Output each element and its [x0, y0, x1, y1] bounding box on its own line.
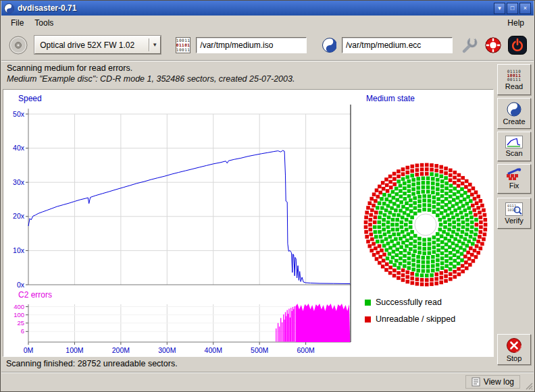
svg-text:100M: 100M	[66, 346, 83, 354]
svg-text:600M: 600M	[297, 346, 314, 354]
binary-read-icon: 01110 10011 00111	[507, 69, 521, 82]
app-window: dvdisaster-0.71 ▾ □ × File Tools Help Op…	[0, 0, 535, 392]
fix-button[interactable]: Fix	[497, 164, 531, 194]
menu-help[interactable]: Help	[502, 17, 530, 29]
stop-button[interactable]: Stop	[497, 334, 531, 365]
legend-row: Successfully read	[365, 298, 442, 307]
lifebuoy-help-icon	[484, 36, 503, 55]
legend-swatch-success	[365, 300, 371, 306]
drive-select-value: Optical drive 52X FW 1.02	[40, 40, 146, 50]
wrench-icon	[459, 36, 478, 55]
svg-text:200M: 200M	[112, 346, 130, 354]
svg-text:25: 25	[17, 319, 24, 327]
medium-state-disc	[359, 159, 492, 291]
power-icon	[507, 35, 528, 55]
iso-icon-line: 01101	[176, 43, 190, 47]
toolbar-separator	[1, 60, 534, 61]
menu-file[interactable]: File	[5, 17, 29, 29]
legend-label-unreadable: Unreadable / skipped	[376, 314, 455, 324]
chart-panel: Speed Medium state C2 errors 0M100M200M3…	[3, 89, 494, 357]
minimize-button[interactable]: ▾	[494, 3, 505, 14]
verify-button-label: Verify	[505, 217, 524, 225]
svg-text:30x: 30x	[13, 178, 25, 186]
menubar: File Tools Help	[1, 16, 534, 30]
resize-grip[interactable]	[524, 381, 533, 390]
menu-tools[interactable]: Tools	[29, 17, 59, 29]
preferences-button[interactable]	[458, 34, 480, 57]
create-button[interactable]: Create	[497, 98, 531, 129]
combo-separator	[149, 38, 149, 51]
scan-button-label: Scan	[505, 149, 522, 157]
drive-button[interactable]	[7, 33, 29, 57]
window-controls: ▾ □ ×	[494, 3, 531, 14]
view-log-button[interactable]: View log	[465, 375, 520, 389]
svg-text:400M: 400M	[205, 346, 222, 354]
toolbar: Optical drive 52X FW 1.02 ▼ 10011 01101 …	[1, 30, 534, 60]
ecc-path-input[interactable]	[342, 37, 453, 53]
fix-button-label: Fix	[509, 181, 519, 190]
iso-path-input[interactable]	[196, 37, 307, 53]
svg-text:100: 100	[14, 311, 24, 318]
quit-button[interactable]	[507, 34, 528, 57]
drive-icon	[7, 34, 29, 56]
ecc-file-icon	[322, 37, 336, 53]
view-log-label: View log	[484, 377, 514, 387]
help-button[interactable]	[482, 34, 504, 57]
scan-result-status: Scanning finished: 28752 unreadable sect…	[6, 359, 178, 368]
stop-button-label: Stop	[507, 354, 522, 362]
scan-chart-icon	[505, 136, 523, 148]
svg-text:500M: 500M	[251, 346, 268, 354]
svg-text:50x: 50x	[13, 110, 25, 118]
svg-text:0M: 0M	[24, 346, 34, 354]
titlebar: dvdisaster-0.71 ▾ □ ×	[1, 1, 534, 16]
app-icon	[4, 3, 14, 13]
scan-button[interactable]: Scan	[497, 132, 531, 161]
svg-text:0x: 0x	[17, 281, 25, 289]
read-button-label: Read	[505, 82, 523, 90]
yin-yang-create-icon	[507, 102, 521, 117]
status-line-action: Scanning medium for read errors.	[7, 63, 132, 73]
svg-text:300M: 300M	[158, 346, 176, 354]
toolbar-right-group	[458, 34, 528, 57]
iso-file-icon: 10011 01101 10011	[176, 37, 191, 53]
chevron-down-icon: ▼	[152, 42, 157, 48]
svg-text:10x: 10x	[13, 246, 25, 254]
maximize-button[interactable]: □	[507, 3, 518, 14]
fix-icon	[505, 168, 523, 181]
svg-text:20x: 20x	[13, 212, 25, 220]
svg-text:6: 6	[21, 327, 24, 335]
svg-text:40x: 40x	[13, 144, 25, 152]
legend-row: Unreadable / skipped	[365, 314, 455, 324]
read-button[interactable]: 01110 10011 00111 Read	[497, 64, 531, 95]
iso-icon-line: 10011	[176, 48, 190, 52]
verify-button[interactable]: 0111 1010 Verify	[497, 198, 531, 229]
create-button-label: Create	[503, 117, 525, 125]
statusbar: View log	[1, 372, 534, 391]
status-line-medium: Medium "Example disc": CD-R mode 1, 3524…	[7, 74, 295, 84]
read-icon-line: 00111	[507, 78, 521, 82]
legend-swatch-unreadable	[365, 316, 371, 323]
svg-text:400: 400	[14, 303, 24, 310]
iso-icon-line: 10011	[176, 38, 190, 43]
drive-select[interactable]: Optical drive 52X FW 1.02 ▼	[34, 36, 161, 54]
stop-icon	[506, 337, 522, 354]
log-icon	[472, 377, 480, 387]
legend-label-success: Successfully read	[376, 298, 442, 307]
verify-icon: 0111 1010	[505, 202, 523, 216]
close-button[interactable]: ×	[519, 3, 531, 14]
window-title: dvdisaster-0.71	[18, 3, 76, 13]
action-sidebar: 01110 10011 00111 Read Create Scan	[494, 61, 535, 373]
